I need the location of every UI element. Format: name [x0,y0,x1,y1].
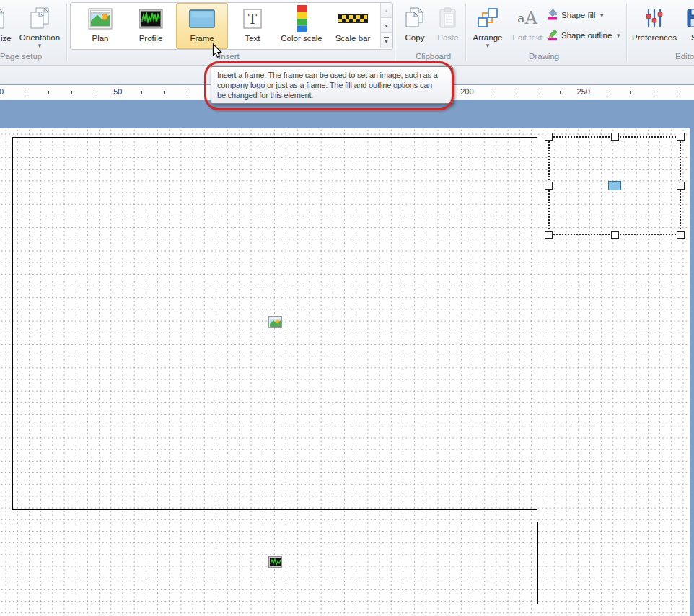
ruler-tick [25,91,25,94]
frame-tooltip: Insert a frame. The frame can be used to… [211,66,453,104]
resize-handle-top-right[interactable] [677,133,685,141]
insert-frame-button[interactable]: Frame [176,3,228,49]
resize-handle-bottom-middle[interactable] [611,231,619,239]
plan-placeholder-icon [268,316,282,331]
group-separator [465,4,466,61]
ribbon: ize Orientation ▼ Page setup Plan Prof [0,0,694,66]
insert-text-button[interactable]: T Text [230,3,275,49]
resize-handle-middle-left[interactable] [545,182,553,190]
group-label-clipboard: Clipboard [416,52,451,62]
shape-outline-button-label: Shape outline [561,31,612,40]
insert-scale-bar-button[interactable]: Scale bar [327,3,379,49]
preferences-button[interactable]: Preferences [629,2,680,50]
profile-placeholder-frame[interactable] [12,522,538,604]
arrange-dropdown-icon: ▼ [485,43,491,49]
frame-button-label: Frame [190,34,214,43]
insert-gallery-panel: Plan Profile Frame T Text [70,2,393,50]
shape-outline-button[interactable]: Shape outline ▼ [547,27,621,43]
ruler-tick [71,91,72,94]
gallery-more-button[interactable]: ▼ [380,33,392,48]
tooltip-line: Insert a frame. The frame can be used to… [217,70,447,80]
ruler-label: 250 [575,85,592,99]
group-label-editor: Edito [675,52,694,62]
resize-handle-middle-right[interactable] [677,182,685,190]
text-icon: T [242,4,263,34]
shape-fill-icon [547,8,558,22]
gallery-more-icon: ▼ [384,37,389,44]
arrange-button[interactable]: Arrange ▼ [468,2,507,50]
ruler-tick [48,91,49,94]
save-button-label: Sa [691,33,694,43]
color-scale-button-label: Color scale [281,34,322,43]
orientation-button-label: Orientation [19,33,60,43]
shape-outline-dropdown-icon: ▼ [615,32,621,39]
resize-handle-bottom-right[interactable] [677,231,685,239]
ruler-tick [514,91,514,94]
plan-icon [88,4,113,34]
layout-surround [0,100,694,616]
gallery-scroll-down-button[interactable]: ▼ [380,18,392,33]
selected-frame-element[interactable] [548,136,681,235]
scale-bar-button-label: Scale bar [335,34,371,43]
ruler-label: 50 [109,85,126,99]
group-separator [395,4,395,61]
ruler-label: 200 [458,85,475,99]
edit-text-button-label: Edit text [512,33,543,43]
arrange-button-label: Arrange [473,33,503,43]
tooltip-line: be changed for this element. [217,90,447,100]
profile-placeholder-icon [268,556,282,571]
gallery-scroll-strip: ▲ ▼ ▼ [380,3,392,48]
save-icon [685,3,694,33]
resize-handle-top-middle[interactable] [611,133,619,141]
insert-profile-button[interactable]: Profile [128,3,173,49]
page-size-icon [0,3,6,33]
ruler-tick [560,91,561,94]
shape-fill-button[interactable]: Shape fill ▼ [547,7,605,23]
shape-fill-dropdown-icon: ▼ [599,12,605,19]
ruler-tick [95,91,95,94]
group-separator [626,4,627,61]
ruler-label: 0 [0,85,10,99]
edit-text-button[interactable]: aA Edit text [507,2,548,50]
resize-handle-top-left[interactable] [545,133,553,141]
arrange-icon [476,3,499,33]
ruler-tick [537,91,537,94]
group-label-insert: Insert [219,52,240,62]
orientation-icon [29,3,50,33]
paste-button-label: Paste [437,33,458,43]
profile-button-label: Profile [139,34,163,43]
orientation-button[interactable]: Orientation ▼ [16,2,63,50]
plan-button-label: Plan [92,34,108,43]
color-scale-icon [297,4,307,34]
ruler-tick [164,91,165,94]
shape-outline-icon [547,28,558,43]
scale-bar-icon [338,4,368,34]
ruler-tick [491,91,491,94]
page-canvas[interactable] [0,128,690,616]
gallery-scroll-up-button[interactable]: ▲ [380,3,392,18]
frame-placeholder-icon [608,181,621,190]
insert-color-scale-button[interactable]: Color scale [277,3,326,49]
frame-icon [188,4,216,34]
resize-handle-bottom-left[interactable] [545,231,553,239]
preferences-button-label: Preferences [632,33,677,43]
save-button[interactable]: Sa [680,2,694,50]
shape-fill-button-label: Shape fill [561,11,595,19]
insert-plan-button[interactable]: Plan [78,3,123,49]
copy-button[interactable]: Copy [398,2,431,50]
profile-icon [139,4,163,34]
size-button-label[interactable]: ize [0,33,12,45]
plan-placeholder-frame[interactable] [12,137,537,510]
paste-button[interactable]: Paste [431,2,465,50]
edit-text-icon: aA [517,3,537,33]
ruler-tick [654,91,654,94]
orientation-dropdown-icon: ▼ [37,43,43,49]
ruler-tick [607,91,607,94]
copy-icon [404,3,426,33]
svg-text:T: T [248,12,257,27]
ruler-tick [141,91,142,94]
text-button-label: Text [245,34,260,43]
tooltip-line: company logo or just as a frame. The fil… [217,80,447,90]
preferences-icon [644,3,665,33]
ruler-tick [677,91,677,94]
